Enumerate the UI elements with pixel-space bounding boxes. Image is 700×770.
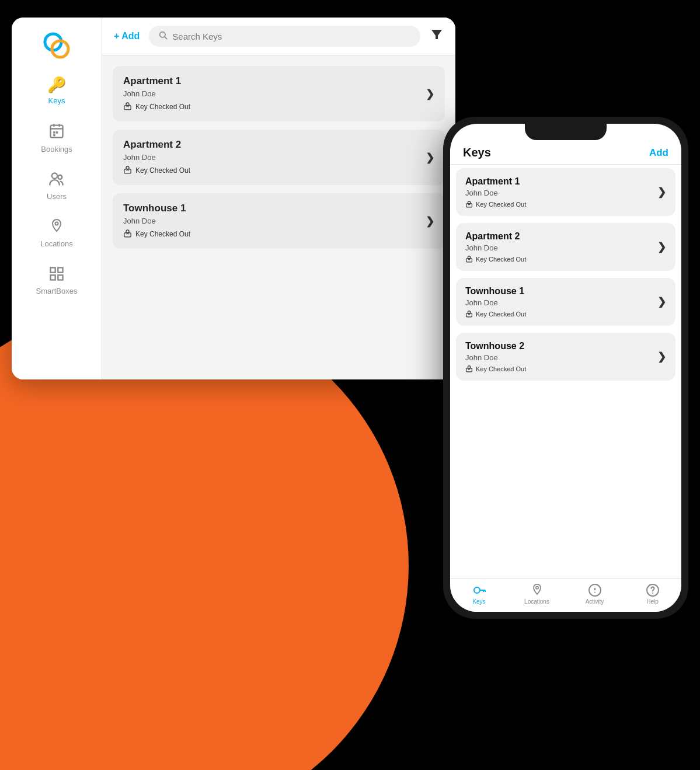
location-icon [49,218,64,237]
phone-key-status-2: Key Checked Out [465,255,526,263]
phone-key-status-4: Key Checked Out [465,365,526,372]
phone-status-text-1: Key Checked Out [476,201,526,208]
key-card-user-2: John Doe [123,153,190,162]
phone-chevron-4: ❯ [657,350,666,363]
phone-chevron-2: ❯ [657,241,666,253]
phone-header: Keys Add [450,140,681,165]
phone-nav-location-icon [531,583,544,597]
sidebar-item-users[interactable]: Users [12,165,102,207]
phone-key-card-2[interactable]: Apartment 2 John Doe Key Checked Out ❯ [456,223,675,271]
phone-nav-help-icon [646,583,660,597]
desktop-key-card-1[interactable]: Apartment 1 John Doe Key Checked Out [113,66,445,121]
svg-point-49 [652,593,653,594]
key-card-info-1: Apartment 1 John Doe Key Checked Out [123,75,190,112]
phone-key-card-1[interactable]: Apartment 1 John Doe Key Checked Out ❯ [456,168,675,216]
key-card-user-1: John Doe [123,89,190,98]
phone-nav-locations[interactable]: Locations [508,583,566,605]
phone-status-text-3: Key Checked Out [476,311,526,318]
phone-checkout-icon-4 [465,365,473,372]
phone-key-user-3: John Doe [465,298,526,307]
key-card-title-2: Apartment 2 [123,139,190,151]
svg-rect-7 [56,131,58,134]
desktop-key-card-3[interactable]: Townhouse 1 John Doe Key Checked Out [113,193,445,249]
phone-nav-keys-label: Keys [472,598,485,605]
phone-key-title-2: Apartment 2 [465,231,526,242]
search-container [149,26,420,47]
phone-add-button[interactable]: Add [649,147,668,159]
sidebar-label-users: Users [47,192,67,201]
phone-key-info-3: Townhouse 1 John Doe Key Checked Out [465,286,526,318]
phone-key-title-4: Townhouse 2 [465,341,526,351]
phone-key-info-1: Apartment 1 John Doe Key Checked Out [465,176,526,208]
sidebar-item-keys[interactable]: 🔑 Keys [12,70,102,111]
key-card-info-2: Apartment 2 John Doe Key Checked Out [123,139,190,176]
checkout-icon-2 [123,165,132,176]
phone-checkout-icon-3 [465,310,473,318]
phone-nav-help[interactable]: Help [624,583,681,605]
phone-bottom-nav: Keys Locations Activity [450,578,681,612]
sidebar: 🔑 Keys Bookings [12,18,102,379]
key-icon: 🔑 [47,76,66,94]
phone-status-text-2: Key Checked Out [476,256,526,263]
sidebar-label-smartboxes: SmartBoxes [36,287,78,295]
phone-inner: Keys Add Apartment 1 John Doe [450,124,681,612]
phone-key-card-3[interactable]: Townhouse 1 John Doe Key Checked Out ❯ [456,278,675,326]
phone-nav-keys[interactable]: Keys [450,583,508,605]
svg-rect-8 [53,134,55,137]
toolbar: + Add [102,18,455,55]
phone-key-status-3: Key Checked Out [465,310,526,318]
sidebar-label-locations: Locations [40,239,73,248]
svg-marker-18 [431,30,442,39]
phone-key-status-1: Key Checked Out [465,200,526,208]
svg-rect-15 [58,275,62,280]
phone-title: Keys [463,146,491,159]
phone-key-info-2: Apartment 2 John Doe Key Checked Out [465,231,526,263]
svg-point-9 [52,173,57,179]
key-status-text-1: Key Checked Out [135,103,190,111]
phone-nav-activity-icon [588,583,602,597]
svg-point-40 [474,587,480,593]
phone-status-text-4: Key Checked Out [476,365,526,372]
sidebar-item-smartboxes[interactable]: SmartBoxes [12,260,102,301]
phone-nav-locations-label: Locations [524,598,549,605]
phone-chevron-1: ❯ [657,186,666,198]
svg-point-11 [55,222,58,225]
phone-mockup: Keys Add Apartment 1 John Doe [443,117,688,619]
desktop-keys-list: Apartment 1 John Doe Key Checked Out [102,55,455,259]
app-logo [40,29,73,64]
key-card-title-1: Apartment 1 [123,75,190,87]
search-icon [158,30,168,42]
chevron-right-2: ❯ [426,151,434,164]
phone-key-user-4: John Doe [465,353,526,362]
phone-key-card-4[interactable]: Townhouse 2 John Doe Key Checked Out ❯ [456,333,675,381]
phone-keys-list: Apartment 1 John Doe Key Checked Out ❯ [450,165,681,578]
sidebar-label-keys: Keys [48,96,65,105]
desktop-panel: 🔑 Keys Bookings [12,18,455,379]
chevron-right-1: ❯ [426,88,434,100]
add-button[interactable]: + Add [114,31,140,41]
phone-key-title-3: Townhouse 1 [465,286,526,297]
main-content: + Add Apartment 1 [102,18,455,379]
key-card-status-2: Key Checked Out [123,165,190,176]
phone-nav-activity[interactable]: Activity [566,583,624,605]
search-input[interactable] [172,32,411,41]
desktop-key-card-2[interactable]: Apartment 2 John Doe Key Checked Out [113,130,445,185]
phone-nav-key-icon [472,583,486,597]
phone-chevron-3: ❯ [657,295,666,308]
sidebar-item-locations[interactable]: Locations [12,212,102,254]
filter-icon[interactable] [430,27,444,45]
sidebar-item-bookings[interactable]: Bookings [12,117,102,159]
key-card-info-3: Townhouse 1 John Doe Key Checked Out [123,203,190,239]
key-status-text-3: Key Checked Out [135,230,190,238]
svg-rect-12 [51,268,55,273]
calendar-icon [48,123,65,142]
phone-nav-help-label: Help [646,598,659,605]
svg-line-17 [165,37,167,39]
checkout-icon-1 [123,102,132,112]
svg-point-44 [535,587,538,589]
svg-point-10 [58,175,62,179]
key-status-text-2: Key Checked Out [135,166,190,175]
key-card-user-3: John Doe [123,217,190,225]
phone-checkout-icon-1 [465,200,473,208]
phone-notch [525,124,607,140]
